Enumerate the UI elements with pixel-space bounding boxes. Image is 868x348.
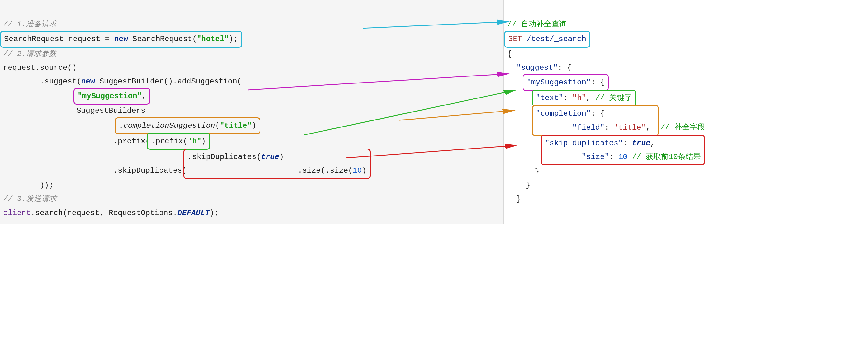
code-text: : [623, 139, 632, 148]
java-code-pane: // 1.准备请求 SearchRequest request = new Se… [0, 0, 503, 224]
code-text: SearchRequest( [128, 35, 197, 44]
highlight-mysuggestion: "mySuggestion", [73, 88, 150, 105]
code-text [628, 153, 632, 161]
constant-default: DEFAULT [177, 209, 210, 218]
comment-step2: // 2.请求参数 [3, 50, 57, 58]
code-text: ( [215, 121, 220, 130]
code-text: : [605, 123, 614, 132]
code-text: , [651, 139, 655, 148]
brace-close: } [507, 181, 530, 190]
indent [507, 153, 544, 161]
json-key-mysuggestion: "mySuggestion" [527, 78, 591, 87]
code-text: .suggest( [3, 77, 81, 86]
indent: .size( [188, 166, 325, 175]
json-key-field: "field" [572, 123, 605, 132]
code-text: , [142, 92, 146, 100]
highlight-searchrequest: SearchRequest request = new SearchReques… [0, 31, 242, 48]
code-text: ); [229, 35, 238, 44]
indent [3, 92, 76, 100]
highlight-prefix: .prefix("h") [147, 133, 210, 150]
json-value-10: 10 [618, 153, 628, 161]
keyword-new: new [81, 77, 95, 86]
code-text: ) [279, 153, 284, 161]
indent [507, 94, 535, 102]
code-text: SuggestBuilders [3, 107, 145, 115]
comment-autocomplete-query: // 自动补全查询 [507, 20, 567, 29]
number-10: 10 [353, 166, 362, 175]
code-text: , [586, 94, 595, 102]
indent [507, 63, 517, 72]
url-path: /test/_search [522, 35, 586, 44]
code-text: : [609, 153, 618, 161]
code-text: ) [252, 121, 256, 130]
code-text: )); [3, 181, 54, 190]
json-key-text: "text" [536, 94, 563, 102]
code-text: : { [591, 109, 604, 118]
highlight-completionsuggestion: .completionSuggestion("title") [115, 117, 260, 134]
highlight-get-search: GET /test/_search [504, 31, 590, 48]
comment-top10: // 获取前10条结果 [632, 153, 701, 161]
code-text: SuggestBuilder().addSuggestion( [95, 77, 242, 86]
indent [545, 153, 582, 161]
highlight-text-h: "text": "h", // 关键字 [532, 90, 636, 107]
comment-step1: // 1.准备请求 [3, 20, 57, 29]
code-text: ) [201, 137, 206, 146]
indent: .prefix( [3, 137, 150, 146]
string-hotel: "hotel" [197, 35, 229, 44]
json-key-suggest: "suggest" [517, 63, 558, 72]
json-value-title: "title" [614, 123, 646, 132]
two-pane-code-comparison: // 1.准备请求 SearchRequest request = new Se… [0, 0, 868, 224]
code-text: : [563, 94, 572, 102]
code-text: : { [591, 78, 604, 87]
code-text: : { [558, 63, 571, 72]
code-text: ); [210, 209, 219, 218]
keyword-true: true [261, 153, 280, 161]
highlight-skip-size-json: "skip_duplicates": true, "size": 10 // 获… [541, 135, 705, 165]
brace-open: { [507, 50, 512, 58]
brace-close: } [507, 167, 539, 176]
json-key-size: "size" [582, 153, 609, 161]
code-text: .search(request, RequestOptions. [31, 209, 177, 218]
indent: .skipDuplicates( [3, 166, 187, 175]
identifier-client: client [3, 209, 31, 218]
method-completionsuggestion: completionSuggestion [123, 121, 215, 130]
code-text: ) [362, 166, 366, 175]
comment-step3: // 3.发送请求 [3, 195, 57, 203]
string-mysuggestion: "mySuggestion" [78, 92, 142, 100]
json-dsl-pane: // 自动补全查询 GET /test/_search { "suggest":… [504, 0, 868, 224]
comment-completion-field: // 补全字段 [660, 123, 705, 132]
string-title: "title" [220, 121, 252, 130]
code-text: , [646, 123, 655, 132]
json-value-h: "h" [572, 94, 586, 102]
keyword-new: new [114, 35, 128, 44]
comment-keyword: // 关键字 [595, 94, 632, 102]
indent [536, 123, 572, 132]
indent [507, 123, 535, 132]
highlight-completion-block: "completion": { "field": "title", [532, 105, 659, 136]
json-value-true: true [632, 139, 651, 148]
string-h: "h" [188, 137, 201, 146]
highlight-mysuggestion-key: "mySuggestion": { [523, 74, 609, 91]
json-key-completion: "completion" [536, 109, 591, 118]
json-key-skip-duplicates: "skip_duplicates" [545, 139, 623, 148]
brace-close: } [507, 195, 521, 203]
code-text: request.source() [3, 63, 76, 72]
http-method-get: GET [508, 35, 522, 44]
code-text: SearchRequest request = [4, 35, 114, 44]
indent: . [3, 121, 118, 130]
highlight-skip-size: .skipDuplicates(true) .size(.size(10) [183, 148, 371, 179]
